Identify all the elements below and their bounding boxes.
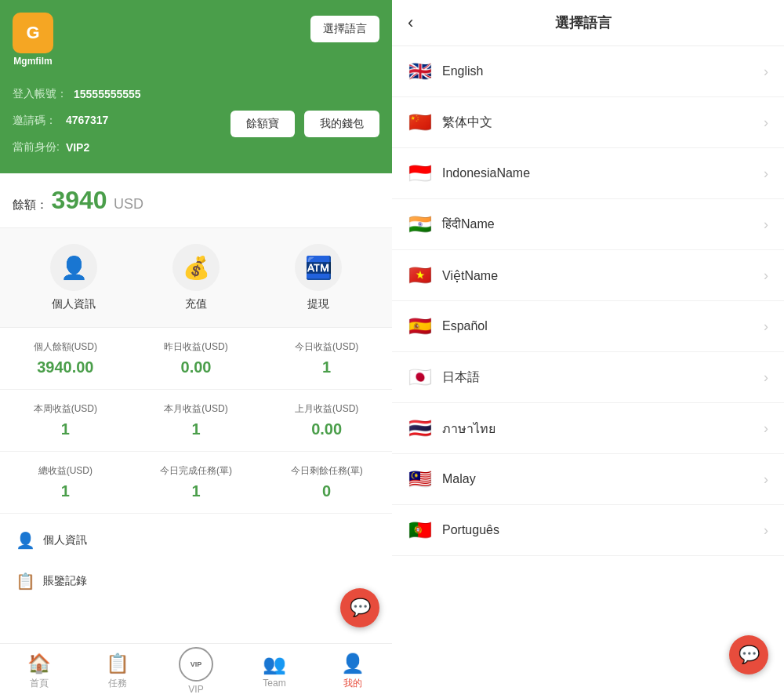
nav-home[interactable]: 🏠 首頁 bbox=[0, 646, 78, 696]
lang-item-malay[interactable]: 🇲🇾 Malay › bbox=[392, 454, 784, 505]
vietnamese-chevron-icon: › bbox=[764, 267, 768, 284]
vietnamese-name: ViệtName bbox=[442, 268, 498, 283]
stat-label-0: 個人餘額(USD) bbox=[9, 340, 122, 354]
invite-value: 4767317 bbox=[66, 114, 109, 126]
home-label: 首頁 bbox=[30, 677, 49, 690]
account-records-menu-label: 賬鑒記錄 bbox=[43, 574, 87, 588]
left-header: G Mgmfilm 選擇語言 bbox=[0, 0, 392, 79]
stat-cell-2: 今日收益(USD) 1 bbox=[261, 328, 392, 390]
stat-label-7: 今日完成任務(單) bbox=[140, 464, 252, 478]
menu-item-personal-info[interactable]: 👤 個人資訊 bbox=[0, 520, 392, 561]
stat-value-4: 1 bbox=[140, 420, 252, 438]
recharge-action[interactable]: 💰 充值 bbox=[172, 244, 220, 311]
vietnamese-flag-icon: 🇻🇳 bbox=[408, 264, 433, 286]
balance-label: 餘額： bbox=[13, 198, 48, 211]
thai-flag-icon: 🇹🇭 bbox=[408, 417, 433, 439]
lang-item-japanese[interactable]: 🇯🇵 日本語 › bbox=[392, 352, 784, 403]
stat-value-6: 1 bbox=[9, 482, 122, 500]
stat-cell-3: 本周收益(USD) 1 bbox=[0, 390, 131, 452]
indonesia-chevron-icon: › bbox=[764, 165, 768, 182]
tasks-icon: 📋 bbox=[106, 653, 129, 674]
invite-row: 邀請碼： 4767317 餘額寶 我的錢包 bbox=[13, 104, 379, 137]
vip-value: VIP2 bbox=[66, 141, 89, 154]
right-chat-icon: 💬 bbox=[739, 645, 760, 665]
language-list: 🇬🇧 English › 🇨🇳 繁体中文 › 🇮🇩 IndonesiaName … bbox=[392, 46, 784, 698]
team-label: Team bbox=[263, 678, 285, 689]
lang-item-hindi[interactable]: 🇮🇳 हिंदीName › bbox=[392, 199, 784, 250]
stat-cell-7: 今日完成任務(單) 1 bbox=[131, 452, 262, 514]
portuguese-name: Português bbox=[442, 523, 499, 537]
stat-cell-1: 昨日收益(USD) 0.00 bbox=[131, 328, 262, 390]
nav-mine[interactable]: 👤 我的 bbox=[314, 646, 392, 696]
stat-value-2: 1 bbox=[270, 358, 383, 376]
chat-float-button[interactable]: 💬 bbox=[340, 588, 379, 627]
vip-label-nav: VIP bbox=[188, 684, 203, 695]
malay-flag-icon: 🇲🇾 bbox=[408, 468, 433, 490]
nav-tasks[interactable]: 📋 任務 bbox=[78, 646, 157, 696]
stat-label-3: 本周收益(USD) bbox=[9, 402, 122, 416]
traditional-chinese-flag-icon: 🇨🇳 bbox=[408, 111, 433, 133]
japanese-name: 日本語 bbox=[442, 369, 480, 386]
lang-item-english[interactable]: 🇬🇧 English › bbox=[392, 46, 784, 97]
account-label: 登入帳號： bbox=[13, 87, 67, 101]
balance-treasure-button[interactable]: 餘額寶 bbox=[230, 111, 295, 137]
language-button[interactable]: 選擇語言 bbox=[310, 16, 379, 42]
personal-info-menu-icon: 👤 bbox=[16, 531, 35, 550]
vip-row: 當前身份: VIP2 bbox=[13, 140, 379, 155]
balance-amount: 3940 bbox=[51, 186, 107, 214]
my-wallet-button[interactable]: 我的錢包 bbox=[304, 111, 379, 137]
mine-icon: 👤 bbox=[341, 653, 365, 674]
thai-chevron-icon: › bbox=[764, 420, 768, 437]
stat-label-1: 昨日收益(USD) bbox=[140, 340, 252, 354]
japanese-chevron-icon: › bbox=[764, 369, 768, 386]
personal-info-action[interactable]: 👤 個人資訊 bbox=[50, 244, 97, 311]
lang-item-portuguese[interactable]: 🇵🇹 Português › bbox=[392, 505, 784, 556]
withdraw-icon: 🏧 bbox=[295, 244, 342, 291]
nav-team[interactable]: 👥 Team bbox=[235, 647, 314, 695]
account-records-menu-icon: 📋 bbox=[16, 572, 35, 591]
stat-label-6: 總收益(USD) bbox=[9, 464, 122, 478]
team-icon: 👥 bbox=[263, 653, 286, 675]
back-button[interactable]: ‹ bbox=[408, 13, 413, 33]
right-chat-float-button[interactable]: 💬 bbox=[729, 635, 768, 674]
stat-value-0: 3940.00 bbox=[9, 358, 122, 376]
invite-label: 邀請碼： bbox=[13, 114, 56, 126]
stat-value-1: 0.00 bbox=[140, 358, 252, 376]
english-chevron-icon: › bbox=[764, 64, 768, 80]
lang-item-traditional-chinese[interactable]: 🇨🇳 繁体中文 › bbox=[392, 97, 784, 148]
spanish-chevron-icon: › bbox=[764, 318, 768, 335]
spanish-name: Español bbox=[442, 319, 488, 333]
hindi-chevron-icon: › bbox=[764, 216, 768, 233]
nav-vip[interactable]: VIP VIP bbox=[157, 641, 235, 698]
lang-item-spanish[interactable]: 🇪🇸 Español › bbox=[392, 301, 784, 352]
malay-chevron-icon: › bbox=[764, 471, 768, 488]
personal-info-menu-label: 個人資訊 bbox=[43, 533, 87, 547]
stat-label-4: 本月收益(USD) bbox=[140, 402, 252, 416]
english-flag-icon: 🇬🇧 bbox=[408, 60, 433, 82]
logo-icon: G bbox=[13, 13, 53, 53]
user-info-section: 登入帳號： 15555555555 邀請碼： 4767317 餘額寶 我的錢包 … bbox=[0, 79, 392, 173]
logo-name: Mgmfilm bbox=[13, 56, 52, 67]
stat-cell-5: 上月收益(USD) 0.00 bbox=[261, 390, 392, 452]
japanese-flag-icon: 🇯🇵 bbox=[408, 366, 433, 388]
menu-item-account-records[interactable]: 📋 賬鑒記錄 bbox=[0, 561, 392, 602]
stats-grid: 個人餘額(USD) 3940.00 昨日收益(USD) 0.00 今日收益(US… bbox=[0, 328, 392, 514]
left-panel: G Mgmfilm 選擇語言 登入帳號： 15555555555 邀請碼： 47… bbox=[0, 0, 392, 698]
lang-item-thai[interactable]: 🇹🇭 ภาษาไทย › bbox=[392, 403, 784, 454]
account-row: 登入帳號： 15555555555 bbox=[13, 87, 379, 101]
stat-cell-8: 今日剩餘任務(單) 0 bbox=[261, 452, 392, 514]
hindi-flag-icon: 🇮🇳 bbox=[408, 213, 433, 235]
withdraw-action[interactable]: 🏧 提現 bbox=[295, 244, 342, 311]
balance-section: 餘額： 3940 USD bbox=[0, 173, 392, 228]
lang-item-indonesia[interactable]: 🇮🇩 IndonesiaName › bbox=[392, 148, 784, 199]
traditional-chinese-chevron-icon: › bbox=[764, 115, 768, 131]
lang-item-vietnamese[interactable]: 🇻🇳 ViệtName › bbox=[392, 250, 784, 301]
hindi-name: हिंदीName bbox=[442, 217, 495, 231]
vip-circle-icon: VIP bbox=[179, 647, 213, 682]
stat-value-3: 1 bbox=[9, 420, 122, 438]
stat-label-8: 今日剩餘任務(單) bbox=[270, 464, 383, 478]
stat-label-2: 今日收益(USD) bbox=[270, 340, 383, 354]
stat-value-8: 0 bbox=[270, 482, 383, 500]
quick-actions-row: 👤 個人資訊 💰 充值 🏧 提現 bbox=[0, 228, 392, 328]
right-panel: ‹ 選擇語言 🇬🇧 English › 🇨🇳 繁体中文 › 🇮🇩 Indones… bbox=[392, 0, 784, 698]
